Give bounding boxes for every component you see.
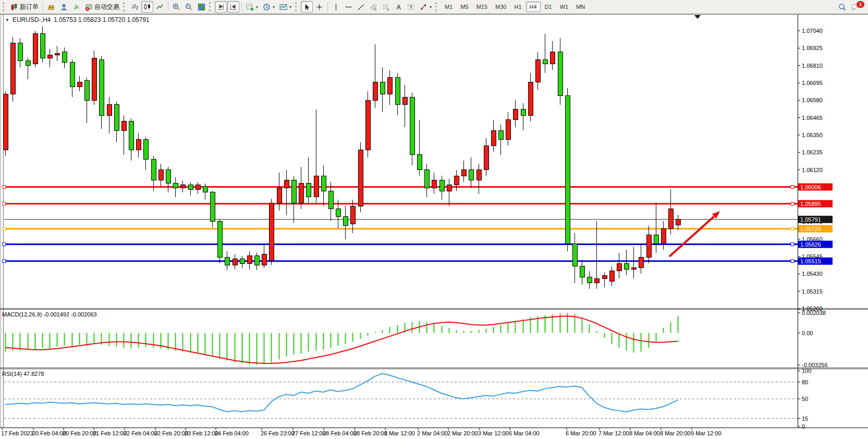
auto-scroll-button[interactable] (215, 1, 227, 13)
vertical-line-button[interactable] (330, 1, 342, 13)
chart-shift-button[interactable] (227, 1, 239, 13)
toolbar-grip-handle[interactable] (435, 2, 438, 11)
candle (195, 182, 200, 194)
line-drag-handle[interactable] (3, 227, 6, 230)
line-chart-button[interactable] (154, 1, 166, 13)
candle (417, 120, 422, 176)
templates-button[interactable]: ▾ (277, 1, 294, 13)
timeframe-m5-button[interactable]: M5 (457, 2, 472, 12)
indicators-button[interactable]: ▾ (244, 1, 260, 13)
time-tick-label: 8 Mar 04:00 (629, 430, 660, 436)
candle (107, 97, 112, 133)
line-drag-handle[interactable] (791, 243, 794, 246)
line-drag-handle[interactable] (791, 202, 794, 205)
candlestick-chart-button[interactable] (141, 1, 153, 13)
candle (432, 173, 436, 194)
candle (528, 73, 533, 121)
candle (676, 215, 680, 230)
line-drag-handle[interactable] (3, 243, 6, 246)
line-drag-handle[interactable] (791, 227, 794, 230)
equidistant-channel-button[interactable]: E (368, 1, 380, 13)
fibonacci-button[interactable]: F (380, 1, 392, 13)
gold-ingot-button[interactable] (45, 1, 57, 13)
crosshair-button[interactable] (313, 1, 325, 13)
candle (306, 157, 311, 203)
chart-title-caret-icon[interactable]: ▼ (5, 18, 9, 22)
timeframe-m30-button[interactable]: M30 (492, 2, 510, 12)
signals-button[interactable] (70, 1, 82, 13)
candle (469, 157, 473, 188)
candle (661, 221, 666, 250)
dropdown-caret-icon[interactable]: ▾ (430, 5, 432, 9)
cursor-button[interactable] (301, 1, 313, 13)
time-tick-label: 28 Feb 04:00 (323, 430, 357, 436)
dropdown-caret-icon[interactable]: ▾ (273, 5, 275, 9)
templates-icon (279, 3, 287, 11)
candle (513, 100, 518, 127)
auto-trading-button[interactable]: 自动交易 (83, 1, 121, 13)
time-tick-label: 17 Feb 2023 (1, 430, 33, 436)
timeframe-m15-button[interactable]: M15 (473, 2, 491, 12)
zoom-in-button[interactable] (170, 1, 182, 13)
macd-indicator-label: MACD(12,26,9) -0.001492 -0.002063 (2, 311, 97, 318)
candle (343, 206, 348, 239)
timeframe-d1-button[interactable]: D1 (541, 2, 556, 12)
periods-button[interactable]: ▾ (261, 1, 277, 13)
time-tick-label: 8 Mar 20:00 (660, 430, 691, 436)
time-axis[interactable]: 17 Feb 202320 Feb 04:0020 Feb 20:0021 Fe… (1, 428, 722, 436)
bar-chart-button[interactable] (129, 1, 141, 13)
zoom-in-icon (173, 3, 180, 11)
dropdown-caret-icon[interactable]: ▾ (289, 5, 291, 9)
rsi-indicator-label: RSI(14) 47.8278 (2, 371, 44, 377)
gold-ingot-icon (47, 3, 55, 11)
candle (358, 142, 363, 212)
candle (121, 115, 126, 154)
candle (617, 253, 621, 278)
toolbar-grip-handle[interactable] (295, 2, 298, 11)
svg-text:E: E (375, 8, 377, 11)
time-tick-label: 22 Feb 04:00 (124, 430, 157, 436)
trendline-button[interactable] (355, 1, 367, 13)
macd-signal-line (5, 316, 678, 363)
timeframe-h1-button[interactable]: H1 (510, 2, 525, 12)
candle (18, 38, 22, 67)
line-drag-handle[interactable] (3, 186, 6, 189)
text-button[interactable]: A (393, 1, 405, 13)
timeframe-w1-button[interactable]: W1 (556, 2, 572, 12)
timeframe-h4-button[interactable]: H4 (526, 2, 541, 12)
line-drag-handle[interactable] (791, 186, 794, 189)
notifications-button[interactable]: 1 (849, 1, 866, 13)
candle (158, 164, 163, 186)
line-drag-handle[interactable] (3, 260, 6, 263)
horizontal-line-button[interactable] (343, 1, 354, 13)
arrows-button[interactable]: ▾ (418, 1, 434, 13)
equidistant-channel-icon: E (370, 3, 377, 11)
line-drag-handle[interactable] (791, 260, 794, 263)
toolbar-grip-handle[interactable] (123, 2, 126, 11)
candle (631, 247, 636, 278)
community-button[interactable] (58, 1, 70, 13)
zoom-out-button[interactable] (183, 1, 195, 13)
chart-canvas[interactable]: 1.070401.069251.068101.066951.065801.064… (0, 0, 868, 439)
price-axis[interactable]: 1.070401.069251.068101.066951.065801.064… (798, 28, 833, 312)
line-drag-handle[interactable] (3, 202, 6, 205)
candle (151, 156, 156, 191)
timeframe-mn-button[interactable]: MN (572, 2, 589, 12)
candle (217, 219, 222, 263)
horizontal-line-icon (345, 3, 352, 11)
toolbar-grip-handle[interactable] (209, 2, 212, 11)
candle (247, 251, 252, 270)
dropdown-caret-icon[interactable]: ▾ (256, 5, 258, 9)
chart-shift-marker-icon[interactable] (694, 15, 701, 19)
text-label-button[interactable]: T (405, 1, 417, 13)
price-line-badge: 1.05515 (798, 258, 833, 265)
search-button[interactable] (836, 1, 848, 13)
toolbar-grip-handle[interactable] (3, 2, 6, 11)
trend-arrow-object[interactable] (669, 211, 720, 257)
timeframe-m1-button[interactable]: M1 (441, 2, 456, 12)
tile-windows-button[interactable] (195, 1, 207, 13)
candle (572, 233, 577, 283)
new-order-button[interactable]: 新订单 (8, 1, 41, 13)
candle (439, 176, 444, 200)
svg-text:T: T (410, 5, 413, 10)
